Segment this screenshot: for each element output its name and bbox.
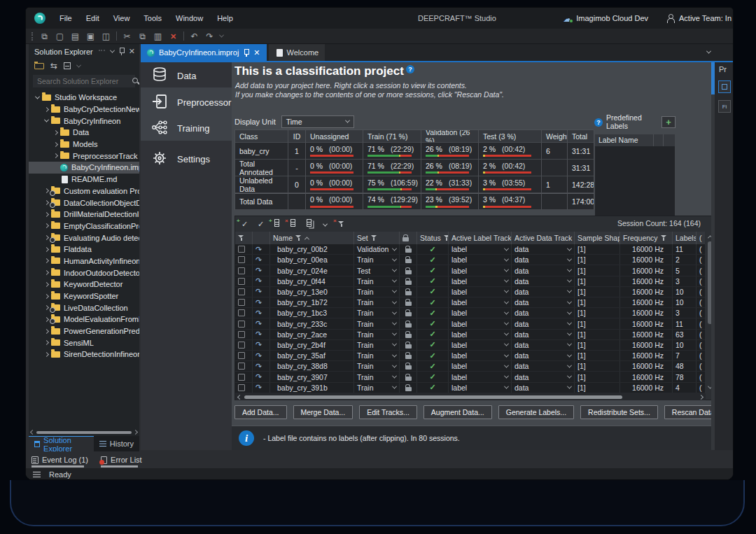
- help-icon[interactable]: ?: [594, 118, 603, 127]
- filter-icon[interactable]: [661, 235, 667, 241]
- menu-help[interactable]: Help: [210, 8, 240, 29]
- session-row[interactable]: ↷baby_cry_35afTrain✓labeldata[1]16000 Hz…: [235, 351, 706, 361]
- action-button-rescan-data[interactable]: Rescan Data: [664, 405, 715, 419]
- session-set-dropdown[interactable]: Train: [354, 255, 400, 265]
- session-row[interactable]: ↷baby_cry_1b72Train✓labeldata[1]16000 Hz…: [235, 297, 706, 308]
- nav-item-training[interactable]: Training: [141, 116, 232, 140]
- session-row[interactable]: ↷baby_cry_00eaTrain✓labeldata[1]16000 Hz…: [235, 255, 706, 265]
- label-track-dropdown[interactable]: label: [449, 276, 512, 286]
- tree-item-babycryinfineon-improj[interactable]: BabyCryInfineon.improj: [29, 162, 139, 174]
- open-session-icon[interactable]: ↷: [255, 319, 262, 328]
- tree-hscrollbar[interactable]: [31, 428, 137, 436]
- collapsed-side-panel[interactable]: Pr Fi: [715, 62, 734, 450]
- open-session-icon[interactable]: ↷: [255, 255, 262, 265]
- filter-icon[interactable]: [238, 235, 244, 241]
- expand-icon[interactable]: [42, 248, 51, 251]
- action-button-redistribute-sets[interactable]: Redistribute Sets...: [580, 405, 658, 419]
- session-row[interactable]: ↷baby_cry_1bc3Train✓labeldata[1]16000 Hz…: [235, 308, 706, 318]
- expand-icon[interactable]: [42, 283, 51, 286]
- label-track-dropdown[interactable]: label: [449, 330, 512, 339]
- menu-edit[interactable]: Edit: [79, 8, 106, 29]
- session-set-dropdown[interactable]: Train: [354, 297, 400, 307]
- tree-item-modelevaluationfromfile[interactable]: ModelEvaluationFromFile: [29, 314, 139, 325]
- label-track-dropdown[interactable]: label: [449, 340, 512, 350]
- label-track-dropdown[interactable]: label: [449, 297, 512, 307]
- expand-icon[interactable]: [42, 213, 51, 216]
- editor-tab-welcome[interactable]: Welcome: [269, 44, 326, 61]
- nav-item-preprocessor[interactable]: Preprocessor: [141, 90, 232, 114]
- collapsed-panel-icon[interactable]: [718, 80, 731, 93]
- row-checkbox[interactable]: [238, 246, 245, 253]
- expand-icon[interactable]: [42, 259, 51, 262]
- session-row[interactable]: ↷baby_cry_3907Train✓labeldata[1]16000 Hz…: [235, 372, 706, 382]
- row-checkbox[interactable]: [238, 374, 245, 381]
- copy-icon[interactable]: ⧉: [137, 30, 148, 43]
- save-icon[interactable]: ▣: [85, 30, 96, 43]
- status-menu-icon[interactable]: [33, 472, 41, 478]
- row-checkbox[interactable]: [238, 384, 245, 391]
- nav-item-settings[interactable]: Settings: [141, 147, 232, 171]
- expand-icon[interactable]: [42, 330, 51, 333]
- row-checkbox[interactable]: [238, 309, 245, 316]
- tab-close-icon[interactable]: ✕: [253, 48, 260, 57]
- expand-icon[interactable]: [42, 271, 51, 274]
- tree-item-powergenerationprediction[interactable]: PowerGenerationPrediction: [29, 325, 139, 337]
- data-track-dropdown[interactable]: data: [512, 383, 575, 393]
- session-row[interactable]: ↷baby_cry_00b2Validation✓labeldata[1]160…: [235, 244, 706, 255]
- session-set-dropdown[interactable]: Train: [354, 340, 400, 350]
- session-set-dropdown[interactable]: Train: [354, 351, 400, 360]
- clear-filter-icon[interactable]: ×: [337, 219, 346, 229]
- session-row[interactable]: ↷baby_cry_2b4fTrain✓labeldata[1]16000 Hz…: [235, 340, 706, 351]
- open-folder-icon[interactable]: [34, 63, 44, 69]
- lock-icon[interactable]: [405, 334, 412, 338]
- expand-icon[interactable]: [51, 143, 60, 146]
- menu-file[interactable]: File: [52, 8, 79, 29]
- session-row[interactable]: ↷baby_cry_391bTrain✓labeldata[1]16000 Hz…: [235, 383, 706, 393]
- search-input[interactable]: [33, 77, 132, 85]
- pin-icon[interactable]: [118, 48, 125, 55]
- label-track-dropdown[interactable]: label: [449, 308, 512, 318]
- lock-icon[interactable]: [405, 248, 412, 253]
- label-track-dropdown[interactable]: label: [449, 361, 512, 371]
- data-track-dropdown[interactable]: data: [512, 361, 575, 371]
- tree-item-sensiml[interactable]: SensiML: [29, 337, 139, 349]
- collapse-all-icon[interactable]: [64, 62, 71, 69]
- row-checkbox[interactable]: [238, 288, 245, 295]
- expand-icon[interactable]: [42, 295, 51, 298]
- action-button-merge-data[interactable]: Merge Data...: [293, 405, 354, 419]
- collapsed-panel-tab[interactable]: Fi: [718, 100, 731, 113]
- tree-item-data[interactable]: Data: [29, 127, 139, 139]
- cut-icon[interactable]: ✂: [122, 30, 132, 43]
- action-button-add-data[interactable]: Add Data...: [234, 405, 287, 419]
- open-session-icon[interactable]: ↷: [255, 309, 262, 318]
- data-track-dropdown[interactable]: data: [512, 308, 575, 318]
- row-checkbox[interactable]: [238, 363, 245, 370]
- data-track-dropdown[interactable]: data: [512, 255, 575, 265]
- tab-pin-icon[interactable]: [243, 49, 249, 57]
- expand-icon[interactable]: [42, 353, 51, 356]
- editor-tab-babycryinfineon-improj[interactable]: BabyCryInfineon.improj✕: [141, 44, 267, 61]
- data-track-dropdown[interactable]: data: [512, 351, 575, 360]
- tree-item-emptyclassificationproject[interactable]: EmptyClassificationProject: [29, 220, 139, 232]
- filter-icon[interactable]: [444, 235, 449, 241]
- search-box[interactable]: [33, 75, 135, 87]
- add-track-icon[interactable]: +: [272, 219, 281, 229]
- row-checkbox[interactable]: [238, 256, 245, 263]
- lock-icon[interactable]: [405, 355, 412, 359]
- add-label-button[interactable]: +: [662, 116, 676, 128]
- active-team[interactable]: Active Team: In: [666, 14, 732, 22]
- action-button-edit-tracks[interactable]: Edit Tracks...: [359, 405, 417, 419]
- session-set-dropdown[interactable]: Train: [354, 308, 400, 318]
- action-button-augment-data[interactable]: Augment Data...: [424, 405, 492, 419]
- open-session-icon[interactable]: ↷: [255, 298, 262, 307]
- tree-item-keyworddetector[interactable]: KeywordDetector: [29, 279, 139, 290]
- event-log-tab[interactable]: Event Log (1): [31, 456, 88, 464]
- open-session-icon[interactable]: ↷: [255, 383, 262, 392]
- close-panel-icon[interactable]: ✕: [129, 48, 135, 55]
- tree-item-livedatacollection[interactable]: LiveDataCollection: [29, 302, 139, 314]
- search-icon[interactable]: [132, 77, 139, 85]
- label-track-dropdown[interactable]: label: [449, 383, 512, 393]
- tree-item-flatdata[interactable]: Flatdata: [29, 244, 139, 255]
- tree-item-babycryinfineon[interactable]: BabyCryInfineon: [29, 115, 139, 127]
- select-all-icon[interactable]: ✓+: [240, 219, 249, 229]
